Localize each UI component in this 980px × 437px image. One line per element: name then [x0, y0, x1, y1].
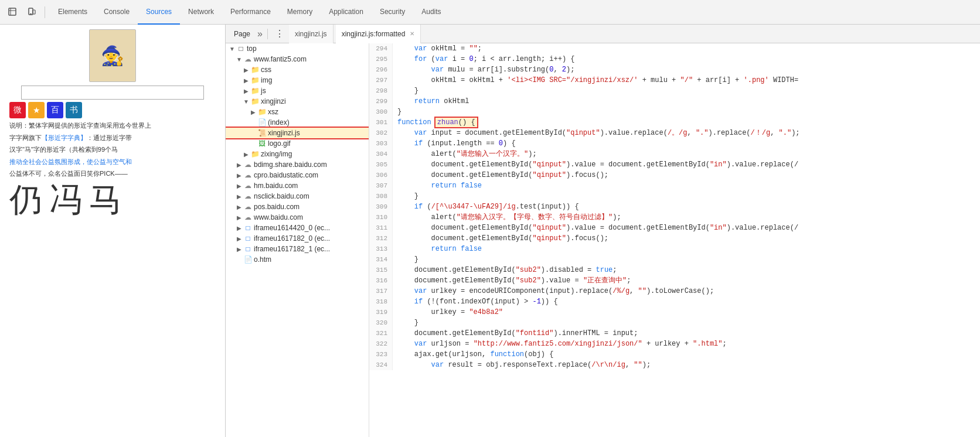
- tree-item-pos[interactable]: ▶ ☁ pos.baidu.com: [226, 202, 369, 212]
- tree-label-nsclick: nsclick.baidu.com: [254, 192, 309, 200]
- tree-item-www-baidu[interactable]: ▶ ☁ www.baidu.com: [226, 212, 369, 223]
- code-line-322: 322 var urljson = "http://www.fantiz5.co…: [369, 339, 980, 349]
- tab-security[interactable]: Security: [372, 0, 413, 25]
- char-1: 仍: [9, 183, 42, 216]
- browser-panel: 🧙 微 ★ 百 书 说明：繁体字网提供的形近字查询采用迄今世界上 字字网旗下【形…: [0, 25, 226, 437]
- more-button[interactable]: »: [257, 29, 263, 39]
- line-content-301: function zhuan() {: [393, 117, 477, 128]
- file-tab-formatted-label: xingjinzi.js:formatted: [342, 30, 406, 38]
- tab-application[interactable]: Application: [321, 0, 372, 25]
- line-num-297: 297: [369, 75, 393, 86]
- star-icon[interactable]: ★: [28, 102, 45, 118]
- tree-item-zixing[interactable]: ▶ 📁 zixing/img: [226, 149, 369, 159]
- tree-item-nsclick[interactable]: ▶ ☁ nsclick.baidu.com: [226, 191, 369, 202]
- code-line-304: 304 alert("请您输入一个汉字。");: [369, 149, 980, 159]
- code-line-303: 303 if (input.length == 0) {: [369, 138, 980, 149]
- tab-performance[interactable]: Performance: [222, 0, 279, 25]
- tree-item-iframe3[interactable]: ▶ □ iframeu1617182_1 (ec...: [226, 244, 369, 254]
- line-content-319: urlkey = "e4b8a2": [393, 307, 503, 317]
- line-content-295: for (var i = 0; i < arr.length; i++) {: [393, 54, 574, 64]
- file-icon-ohtm: 📄: [243, 255, 253, 264]
- weibo-icon[interactable]: 微: [9, 102, 26, 118]
- tree-item-iframe2[interactable]: ▶ □ iframeu1617182_0 (ec...: [226, 233, 369, 244]
- tab-network[interactable]: Network: [180, 0, 222, 25]
- tree-label-css: css: [261, 66, 271, 74]
- file-tab-formatted[interactable]: xingjinzi.js:formatted ✕: [336, 25, 421, 43]
- line-num-303: 303: [369, 138, 393, 149]
- tree-item-bdimg[interactable]: ▶ ☁ bdimg.share.baidu.com: [226, 159, 369, 170]
- line-num-322: 322: [369, 339, 393, 349]
- code-line-321: 321 document.getElementById("font1id").i…: [369, 328, 980, 339]
- tree-item-hm[interactable]: ▶ ☁ hm.baidu.com: [226, 180, 369, 191]
- line-num-309: 309: [369, 202, 393, 212]
- code-line-297: 297 okHtml = okHtml + '<li><IMG SRC="/xi…: [369, 75, 980, 86]
- promo-sub: 公益体不可，众名公益面日笑你PICK——: [9, 169, 216, 179]
- code-line-314: 314 }: [369, 254, 980, 265]
- code-line-305: 305 document.getElementById("qinput").va…: [369, 159, 980, 170]
- tree-item-iframe1[interactable]: ▶ □ iframeu1614420_0 (ec...: [226, 223, 369, 233]
- tree-label-ohtm: o.htm: [254, 255, 271, 264]
- device-toggle-button[interactable]: [23, 4, 40, 21]
- inspect-element-button[interactable]: [5, 4, 21, 21]
- line-num-321: 321: [369, 328, 393, 339]
- tree-item-ohtm[interactable]: ▶ 📄 o.htm: [226, 254, 369, 265]
- tree-arrow-iframe2: ▶: [235, 235, 243, 242]
- tree-item-js[interactable]: ▶ 📁 js: [226, 86, 369, 96]
- tree-item-index[interactable]: ▶ 📄 (index): [226, 117, 369, 128]
- tree-item-xingjinzi-js[interactable]: ▶ 📜 xingjinzi.js: [226, 128, 369, 138]
- tree-item-cpro[interactable]: ▶ ☁ cpro.baidustatic.com: [226, 170, 369, 180]
- line-num-314: 314: [369, 254, 393, 265]
- baidu-icon[interactable]: 百: [47, 102, 63, 118]
- tree-arrow-top: ▼: [228, 46, 236, 52]
- code-line-298: 298 }: [369, 86, 980, 96]
- tree-item-xsz[interactable]: ▶ 📁 xsz: [226, 107, 369, 117]
- line-num-313: 313: [369, 244, 393, 254]
- cloud-icon-hm: ☁: [243, 182, 253, 190]
- tree-label-bdimg: bdimg.share.baidu.com: [254, 161, 327, 169]
- tab-console[interactable]: Console: [96, 0, 138, 25]
- tree-item-fantiz5[interactable]: ▼ ☁ www.fantiz5.com: [226, 54, 369, 64]
- page-tab-label[interactable]: Page: [230, 30, 254, 38]
- bookmark-icon[interactable]: 书: [66, 102, 82, 118]
- tab-audits[interactable]: Audits: [413, 0, 449, 25]
- line-content-320: }: [393, 317, 418, 328]
- line-content-302: var input = document.getElementById("qin…: [393, 128, 800, 138]
- tree-label-hm: hm.baidu.com: [254, 182, 298, 190]
- tree-item-top[interactable]: ▼ □ top: [226, 43, 369, 54]
- char-3: 马: [89, 183, 122, 216]
- sources-body: ▼ □ top ▼ ☁ www.fantiz5.com ▶ 📁 css: [226, 43, 980, 437]
- line-content-316: document.getElementById("sub2").value = …: [393, 275, 631, 286]
- tree-item-xingjinzi[interactable]: ▼ 📁 xingjinzi: [226, 96, 369, 107]
- tree-label-iframe3: iframeu1617182_1 (ec...: [254, 245, 330, 253]
- line-num-319: 319: [369, 307, 393, 317]
- code-line-296: 296 var mulu = arr[i].substring(0, 2);: [369, 64, 980, 75]
- line-num-316: 316: [369, 275, 393, 286]
- tree-label-www-baidu: www.baidu.com: [254, 213, 303, 221]
- sources-toolbar: Page » ⋮ xingjinzi.js xingjinzi.js:forma…: [226, 25, 980, 43]
- sources-extra-btn[interactable]: ⋮: [273, 28, 287, 39]
- tree-item-img[interactable]: ▶ 📁 img: [226, 75, 369, 86]
- file-tab-xingjinzi-label: xingjinzi.js: [295, 30, 327, 38]
- search-bar[interactable]: [21, 86, 204, 100]
- code-line-294: 294 var okHtml = "";: [369, 43, 980, 54]
- code-line-315: 315 document.getElementById("sub2").disa…: [369, 265, 980, 275]
- promo-link[interactable]: 推动全社会公益氛围形成，使公益与空气和: [9, 157, 216, 167]
- tree-arrow-cpro: ▶: [235, 172, 243, 179]
- line-content-321: document.getElementById("font1id").inner…: [393, 328, 638, 339]
- line-num-323: 323: [369, 349, 393, 360]
- file-tab-xingjinzi[interactable]: xingjinzi.js: [289, 25, 334, 43]
- code-editor[interactable]: 294 var okHtml = ""; 295 for (var i = 0;…: [369, 43, 980, 437]
- tab-sources[interactable]: Sources: [138, 0, 180, 25]
- file-tab-close-icon[interactable]: ✕: [410, 30, 414, 37]
- tab-elements[interactable]: Elements: [50, 0, 96, 25]
- tree-item-css[interactable]: ▶ 📁 css: [226, 64, 369, 75]
- tree-label-iframe1: iframeu1614420_0 (ec...: [254, 224, 330, 232]
- code-line-311: 311 document.getElementById("qinput").va…: [369, 223, 980, 233]
- page-icon-iframe3: □: [243, 245, 253, 253]
- tree-item-logo-gif[interactable]: ▶ 🖼 logo.gif: [226, 138, 369, 149]
- line-content-294: var okHtml = "";: [393, 43, 482, 54]
- tree-arrow-css: ▶: [242, 67, 250, 73]
- dict-link[interactable]: 【形近字字典】: [42, 134, 87, 141]
- tab-memory[interactable]: Memory: [279, 0, 321, 25]
- folder-icon-js: 📁: [250, 87, 260, 95]
